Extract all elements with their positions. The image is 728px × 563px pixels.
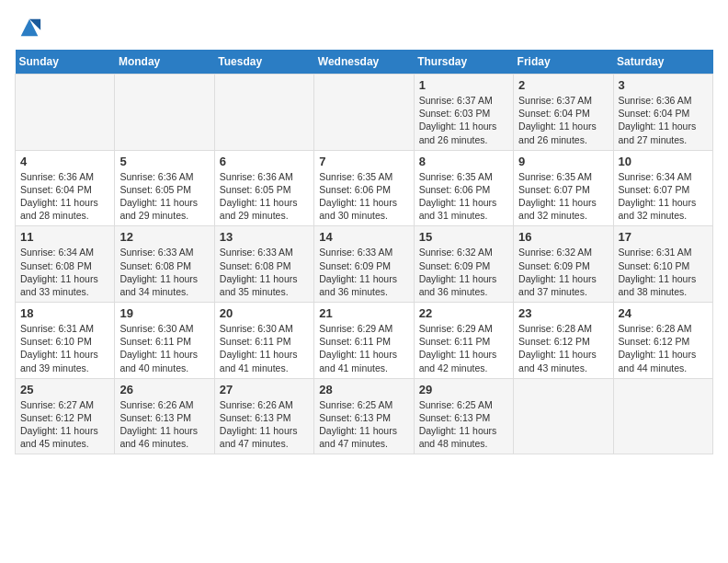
day-info: Sunrise: 6:35 AM Sunset: 6:06 PM Dayligh… xyxy=(419,170,508,223)
day-info: Sunrise: 6:30 AM Sunset: 6:11 PM Dayligh… xyxy=(119,322,209,374)
day-number: 24 xyxy=(619,306,708,320)
calendar-cell: 9Sunrise: 6:35 AM Sunset: 6:07 PM Daylig… xyxy=(514,150,613,226)
day-number: 18 xyxy=(20,306,109,320)
weekday-header-wednesday: Wednesday xyxy=(314,50,414,75)
day-info: Sunrise: 6:32 AM Sunset: 6:09 PM Dayligh… xyxy=(518,246,608,298)
day-info: Sunrise: 6:32 AM Sunset: 6:09 PM Dayligh… xyxy=(419,246,508,298)
calendar-cell: 22Sunrise: 6:29 AM Sunset: 6:11 PM Dayli… xyxy=(414,303,513,379)
day-info: Sunrise: 6:25 AM Sunset: 6:13 PM Dayligh… xyxy=(419,398,508,451)
calendar-cell: 6Sunrise: 6:36 AM Sunset: 6:05 PM Daylig… xyxy=(214,150,313,226)
day-number: 9 xyxy=(518,155,608,168)
calendar-cell xyxy=(514,378,613,454)
day-info: Sunrise: 6:28 AM Sunset: 6:12 PM Dayligh… xyxy=(619,322,708,374)
calendar-cell: 28Sunrise: 6:25 AM Sunset: 6:13 PM Dayli… xyxy=(314,378,414,454)
calendar-cell: 12Sunrise: 6:33 AM Sunset: 6:08 PM Dayli… xyxy=(115,226,214,303)
calendar-cell: 25Sunrise: 6:27 AM Sunset: 6:12 PM Dayli… xyxy=(16,378,115,454)
day-number: 20 xyxy=(220,306,309,320)
calendar-week-4: 18Sunrise: 6:31 AM Sunset: 6:10 PM Dayli… xyxy=(16,303,713,379)
day-info: Sunrise: 6:36 AM Sunset: 6:05 PM Dayligh… xyxy=(220,170,309,223)
calendar-cell: 24Sunrise: 6:28 AM Sunset: 6:12 PM Dayli… xyxy=(613,303,712,379)
logo xyxy=(15,15,42,40)
day-number: 23 xyxy=(518,306,608,320)
day-number: 6 xyxy=(220,155,309,168)
day-number: 13 xyxy=(220,230,309,244)
day-info: Sunrise: 6:36 AM Sunset: 6:05 PM Dayligh… xyxy=(119,170,209,223)
calendar-cell xyxy=(115,75,214,151)
calendar-cell: 11Sunrise: 6:34 AM Sunset: 6:08 PM Dayli… xyxy=(16,226,115,303)
day-info: Sunrise: 6:30 AM Sunset: 6:11 PM Dayligh… xyxy=(220,322,309,374)
day-info: Sunrise: 6:33 AM Sunset: 6:09 PM Dayligh… xyxy=(319,246,408,298)
calendar-cell: 20Sunrise: 6:30 AM Sunset: 6:11 PM Dayli… xyxy=(214,303,313,379)
calendar-week-3: 11Sunrise: 6:34 AM Sunset: 6:08 PM Dayli… xyxy=(16,226,713,303)
calendar-cell: 18Sunrise: 6:31 AM Sunset: 6:10 PM Dayli… xyxy=(16,303,115,379)
day-number: 10 xyxy=(619,155,708,168)
calendar-cell: 13Sunrise: 6:33 AM Sunset: 6:08 PM Dayli… xyxy=(214,226,313,303)
calendar-cell: 21Sunrise: 6:29 AM Sunset: 6:11 PM Dayli… xyxy=(314,303,414,379)
day-number: 11 xyxy=(20,230,109,244)
day-info: Sunrise: 6:34 AM Sunset: 6:07 PM Dayligh… xyxy=(619,170,708,223)
calendar-cell: 27Sunrise: 6:26 AM Sunset: 6:13 PM Dayli… xyxy=(214,378,313,454)
day-number: 17 xyxy=(619,230,708,244)
calendar-cell: 4Sunrise: 6:36 AM Sunset: 6:04 PM Daylig… xyxy=(16,150,115,226)
day-info: Sunrise: 6:37 AM Sunset: 6:03 PM Dayligh… xyxy=(419,94,508,146)
calendar-cell: 3Sunrise: 6:36 AM Sunset: 6:04 PM Daylig… xyxy=(613,75,712,151)
calendar-cell: 29Sunrise: 6:25 AM Sunset: 6:13 PM Dayli… xyxy=(414,378,513,454)
day-info: Sunrise: 6:33 AM Sunset: 6:08 PM Dayligh… xyxy=(119,246,209,298)
weekday-header-saturday: Saturday xyxy=(613,50,712,75)
day-number: 25 xyxy=(20,383,109,396)
day-number: 7 xyxy=(319,155,408,168)
day-number: 8 xyxy=(419,155,508,168)
day-number: 29 xyxy=(419,383,508,396)
day-number: 4 xyxy=(20,155,109,168)
calendar-cell xyxy=(613,378,712,454)
day-number: 26 xyxy=(119,383,209,396)
weekday-header-tuesday: Tuesday xyxy=(214,50,313,75)
calendar-body: 1Sunrise: 6:37 AM Sunset: 6:03 PM Daylig… xyxy=(16,75,713,454)
day-number: 28 xyxy=(319,383,408,396)
day-number: 3 xyxy=(619,78,708,92)
weekday-header-friday: Friday xyxy=(514,50,613,75)
page-header xyxy=(15,15,713,40)
calendar-cell: 15Sunrise: 6:32 AM Sunset: 6:09 PM Dayli… xyxy=(414,226,513,303)
day-info: Sunrise: 6:29 AM Sunset: 6:11 PM Dayligh… xyxy=(419,322,508,374)
day-number: 21 xyxy=(319,306,408,320)
calendar-week-2: 4Sunrise: 6:36 AM Sunset: 6:04 PM Daylig… xyxy=(16,150,713,226)
calendar-cell xyxy=(16,75,115,151)
day-info: Sunrise: 6:33 AM Sunset: 6:08 PM Dayligh… xyxy=(220,246,309,298)
day-info: Sunrise: 6:29 AM Sunset: 6:11 PM Dayligh… xyxy=(319,322,408,374)
calendar-cell xyxy=(314,75,414,151)
day-info: Sunrise: 6:37 AM Sunset: 6:04 PM Dayligh… xyxy=(518,94,608,146)
day-info: Sunrise: 6:27 AM Sunset: 6:12 PM Dayligh… xyxy=(20,398,109,451)
weekday-header-monday: Monday xyxy=(115,50,214,75)
day-info: Sunrise: 6:28 AM Sunset: 6:12 PM Dayligh… xyxy=(518,322,608,374)
day-info: Sunrise: 6:34 AM Sunset: 6:08 PM Dayligh… xyxy=(20,246,109,298)
calendar-cell: 8Sunrise: 6:35 AM Sunset: 6:06 PM Daylig… xyxy=(414,150,513,226)
calendar-cell: 2Sunrise: 6:37 AM Sunset: 6:04 PM Daylig… xyxy=(514,75,613,151)
day-info: Sunrise: 6:36 AM Sunset: 6:04 PM Dayligh… xyxy=(20,170,109,223)
calendar-week-1: 1Sunrise: 6:37 AM Sunset: 6:03 PM Daylig… xyxy=(16,75,713,151)
calendar-cell: 1Sunrise: 6:37 AM Sunset: 6:03 PM Daylig… xyxy=(414,75,513,151)
calendar-cell: 5Sunrise: 6:36 AM Sunset: 6:05 PM Daylig… xyxy=(115,150,214,226)
day-number: 1 xyxy=(419,78,508,92)
day-info: Sunrise: 6:36 AM Sunset: 6:04 PM Dayligh… xyxy=(619,94,708,146)
day-info: Sunrise: 6:26 AM Sunset: 6:13 PM Dayligh… xyxy=(119,398,209,451)
day-info: Sunrise: 6:31 AM Sunset: 6:10 PM Dayligh… xyxy=(20,322,109,374)
weekday-header-sunday: Sunday xyxy=(16,50,115,75)
day-info: Sunrise: 6:25 AM Sunset: 6:13 PM Dayligh… xyxy=(319,398,408,451)
calendar-cell: 23Sunrise: 6:28 AM Sunset: 6:12 PM Dayli… xyxy=(514,303,613,379)
day-info: Sunrise: 6:31 AM Sunset: 6:10 PM Dayligh… xyxy=(619,246,708,298)
day-number: 12 xyxy=(119,230,209,244)
day-number: 16 xyxy=(518,230,608,244)
logo-icon xyxy=(17,15,42,40)
calendar-cell: 10Sunrise: 6:34 AM Sunset: 6:07 PM Dayli… xyxy=(613,150,712,226)
day-info: Sunrise: 6:35 AM Sunset: 6:06 PM Dayligh… xyxy=(319,170,408,223)
day-number: 15 xyxy=(419,230,508,244)
day-info: Sunrise: 6:26 AM Sunset: 6:13 PM Dayligh… xyxy=(220,398,309,451)
calendar-cell: 26Sunrise: 6:26 AM Sunset: 6:13 PM Dayli… xyxy=(115,378,214,454)
calendar-cell: 14Sunrise: 6:33 AM Sunset: 6:09 PM Dayli… xyxy=(314,226,414,303)
calendar-cell: 17Sunrise: 6:31 AM Sunset: 6:10 PM Dayli… xyxy=(613,226,712,303)
day-number: 2 xyxy=(518,78,608,92)
calendar-cell: 7Sunrise: 6:35 AM Sunset: 6:06 PM Daylig… xyxy=(314,150,414,226)
calendar-table: SundayMondayTuesdayWednesdayThursdayFrid… xyxy=(15,50,713,454)
day-number: 19 xyxy=(119,306,209,320)
